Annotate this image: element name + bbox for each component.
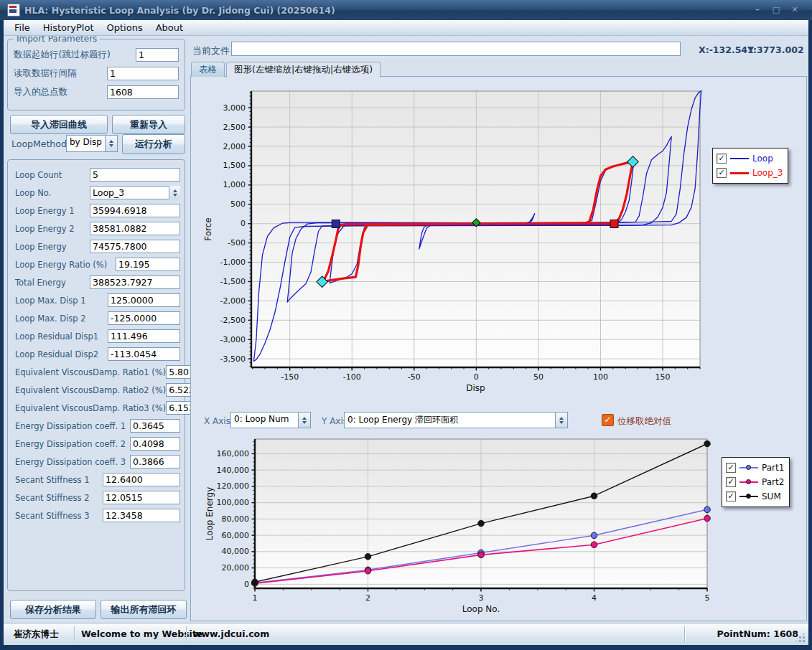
param-input[interactable] [130, 419, 180, 433]
status-item[interactable]: Welcome to my Website [81, 628, 202, 639]
legend-item[interactable]: ✓Loop [717, 151, 783, 166]
param-row: Energy Dissipation coeff. 2 [8, 435, 185, 453]
tab-table[interactable]: 表格 [191, 62, 225, 77]
resize-grip[interactable] [795, 633, 806, 643]
menu-item-file[interactable]: File [8, 21, 37, 34]
legend-marker-icon [746, 465, 751, 470]
param-row: Equivalent ViscousDamp. Ratio2 (%) [8, 381, 185, 399]
loop-method-combo[interactable]: by Disp [66, 135, 118, 152]
x-axis-value: 0: Loop Num [231, 413, 298, 428]
legend-checkbox[interactable]: ✓ [726, 477, 736, 487]
legend-swatch [739, 493, 758, 500]
cursor-y-readout: Y:3773.002 [747, 44, 804, 55]
param-label: Total Energy [15, 278, 90, 288]
legend-item[interactable]: ✓Part1 [726, 461, 784, 475]
legend-line-sample [730, 172, 749, 174]
param-input[interactable] [103, 491, 180, 504]
param-input[interactable] [103, 473, 180, 486]
hysteresis-chart[interactable]: -150-100-50050100150-3,500-3,000-2,500-2… [192, 79, 724, 405]
status-item[interactable]: www.jdcui.com [193, 628, 269, 639]
svg-text:1: 1 [253, 593, 258, 603]
legend-label: Part1 [762, 463, 784, 473]
loop-method-label: LoopMethod [11, 138, 67, 149]
cursor-x-readout: X:-132.541 [699, 44, 754, 55]
param-row: Loop Energy 2 [8, 220, 185, 237]
legend-item[interactable]: ✓Loop_3 [717, 166, 783, 180]
param-input[interactable] [130, 455, 180, 468]
legend-item[interactable]: ✓Part2 [726, 475, 784, 489]
param-label: Loop No. [15, 188, 90, 198]
svg-text:150: 150 [655, 372, 671, 382]
abs-displacement-checkbox[interactable]: ✓ [602, 414, 614, 426]
param-label: Secant Stiffness 3 [15, 511, 103, 521]
legend-checkbox[interactable]: ✓ [726, 463, 736, 473]
x-axis-combo[interactable]: 0: Loop Num [230, 412, 311, 428]
spin-down-icon[interactable] [173, 194, 177, 197]
param-input[interactable] [90, 240, 180, 253]
param-input[interactable] [103, 509, 180, 522]
param-input[interactable] [108, 293, 180, 307]
loop-method-value: by Disp [67, 136, 105, 151]
param-input[interactable] [108, 329, 180, 343]
status-separator [74, 626, 75, 642]
param-label: Loop Energy 2 [15, 224, 90, 234]
menu-item-historyplot[interactable]: HistoryPlot [37, 21, 101, 34]
abs-displacement-label: 位移取绝对值 [617, 415, 671, 428]
svg-text:-3,000: -3,000 [220, 335, 246, 344]
svg-text:20,000: 20,000 [222, 563, 250, 573]
svg-text:1,500: 1,500 [223, 161, 246, 170]
legend-checkbox[interactable]: ✓ [717, 154, 727, 164]
y-axis-combo[interactable]: 0: Loop Energy 滞回环面积 [344, 412, 568, 428]
svg-text:140,000: 140,000 [217, 466, 250, 475]
menu-item-options[interactable]: Options [101, 21, 149, 34]
param-input[interactable] [108, 311, 180, 325]
param-input[interactable] [130, 437, 180, 451]
legend-item[interactable]: ✓SUM [726, 489, 784, 504]
current-file-input[interactable] [231, 42, 681, 56]
tab-graph[interactable]: 图形(左键缩放|右键拖动|右键选项) [226, 62, 381, 77]
spinner-buttons[interactable] [169, 186, 180, 199]
param-label: Equivalent ViscousDamp. Ratio3 (%) [15, 403, 166, 413]
minimize-button[interactable]: – [750, 4, 765, 16]
spinner-buttons[interactable] [298, 413, 310, 428]
energy-legend: ✓Part1✓Part2✓SUM [722, 457, 790, 507]
param-label: 导入的总点数 [14, 86, 107, 98]
param-label: 读取数据行间隔 [14, 67, 107, 80]
svg-text:0: 0 [474, 372, 479, 382]
param-input[interactable] [116, 258, 180, 271]
param-input[interactable] [90, 222, 180, 235]
close-button[interactable]: ✕ [788, 4, 802, 16]
spin-up-icon[interactable] [173, 189, 177, 192]
param-input[interactable] [90, 168, 180, 182]
svg-text:40,000: 40,000 [222, 547, 250, 556]
param-input[interactable] [107, 67, 179, 80]
svg-text:100,000: 100,000 [217, 498, 250, 507]
param-input[interactable] [90, 204, 180, 217]
param-row: Energy Dissipation coeff. 1 [8, 417, 185, 435]
param-input[interactable] [90, 275, 180, 289]
legend-checkbox[interactable]: ✓ [726, 491, 736, 501]
menu-item-about[interactable]: About [149, 21, 190, 34]
run-analysis-button[interactable]: 运行分析 [122, 134, 185, 154]
maximize-button[interactable]: □ [769, 4, 783, 16]
param-input[interactable] [107, 85, 179, 99]
import-curve-button[interactable]: 导入滞回曲线 [10, 115, 108, 134]
x-axis-label: X Axis [204, 416, 230, 426]
results-group: Loop CountLoop No.Loop Energy 1Loop Ener… [7, 159, 185, 591]
spinner-buttons[interactable] [555, 413, 567, 428]
param-input[interactable] [136, 48, 179, 62]
app-icon [7, 4, 20, 17]
legend-label: Loop_3 [752, 168, 783, 178]
param-label: Loop Energy 1 [15, 206, 90, 216]
param-input[interactable] [90, 186, 169, 199]
title-bar[interactable]: HLA: Hysteristic Loop Analysis (by Dr. J… [0, 0, 812, 20]
spinner-buttons[interactable] [105, 136, 117, 151]
legend-checkbox[interactable]: ✓ [717, 168, 727, 178]
export-loops-button[interactable]: 输出所有滞回环 [101, 600, 187, 619]
param-input[interactable] [108, 347, 180, 361]
param-label: Loop Max. Disp 2 [15, 314, 108, 324]
energy-chart[interactable]: 12345020,00040,00060,00080,000100,000120… [192, 432, 724, 620]
point-num-readout: PointNum: 1608 [717, 628, 798, 639]
save-results-button[interactable]: 保存分析结果 [10, 600, 96, 619]
reimport-button[interactable]: 重新导入 [112, 115, 185, 134]
